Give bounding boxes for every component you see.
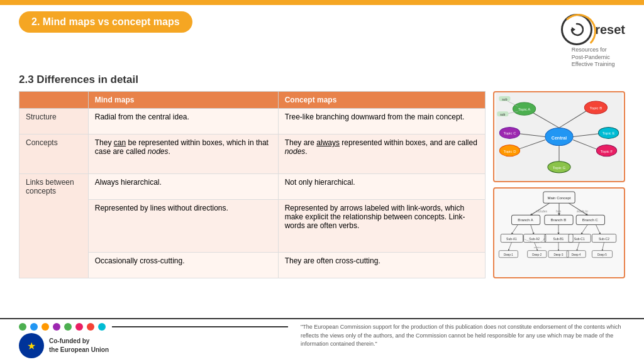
reset-logo-circle	[561, 14, 592, 45]
cell-concept-concepts: They are always represented within boxes…	[278, 134, 485, 174]
svg-rect-31	[496, 189, 622, 277]
dot-6	[75, 323, 83, 331]
eu-label: Co-funded by the European Union	[49, 337, 109, 354]
cell-mind-links3: Occasionally cross-cutting.	[88, 252, 278, 278]
cell-concept-structure: Tree-like branching downward from the ma…	[278, 109, 485, 134]
svg-text:Deep-1: Deep-1	[504, 253, 513, 256]
footer-dots	[19, 323, 288, 331]
dot-2	[30, 323, 38, 331]
svg-text:Deep-5: Deep-5	[597, 253, 607, 256]
footer-line	[112, 326, 288, 327]
cell-concept-links2: Represented by arrows labeled with link-…	[278, 199, 485, 252]
cell-mind-structure: Radial from the central idea.	[88, 109, 278, 134]
svg-text:Topic E: Topic E	[602, 132, 615, 136]
col-header-mind: Mind maps	[88, 92, 278, 109]
svg-text:Topic F: Topic F	[601, 150, 613, 153]
svg-text:Topic A: Topic A	[518, 107, 531, 111]
logo-area: reset Resources for Post-Pandemic Effect…	[561, 14, 625, 69]
svg-text:Sub-A2: Sub-A2	[529, 237, 540, 241]
svg-marker-0	[572, 27, 575, 32]
svg-text:Deep-4: Deep-4	[572, 253, 581, 256]
brand-name: reset	[595, 23, 625, 37]
differences-table: Mind maps Concept maps Structure Radial …	[19, 91, 486, 278]
svg-text:Topic G: Topic G	[553, 166, 566, 170]
svg-text:Sub-A1: Sub-A1	[506, 237, 517, 241]
logo-subtitle: Resources for Post-Pandemic Effective Tr…	[572, 47, 615, 69]
dot-7	[87, 323, 94, 331]
svg-text:Sub-B1: Sub-B1	[553, 237, 564, 241]
svg-text:Branch B: Branch B	[551, 218, 567, 222]
main-content: Mind maps Concept maps Structure Radial …	[19, 91, 625, 278]
eu-flag-circle: ★	[19, 333, 44, 358]
col-header-empty	[19, 92, 89, 109]
concept-map-image: Main Concept Branch A Branch B Branch C	[493, 187, 625, 278]
svg-text:Branch C: Branch C	[582, 218, 599, 222]
mind-map-svg: Central Topic A Topic B Topic C Topic D	[494, 92, 624, 181]
dot-4	[53, 323, 60, 331]
footer-left: ★ Co-funded by the European Union	[19, 323, 288, 358]
cell-mind-links1: Always hierarchical.	[88, 173, 278, 199]
svg-text:Sub-C1: Sub-C1	[574, 237, 585, 241]
svg-text:Topic B: Topic B	[590, 106, 602, 110]
table-row: Structure Radial from the central idea. …	[19, 109, 486, 134]
cell-concept-links3: They are often cross-cutting.	[278, 252, 485, 278]
svg-text:leads to: leads to	[577, 209, 588, 213]
svg-text:Deep-2: Deep-2	[532, 253, 541, 256]
eu-stars-icon: ★	[27, 340, 36, 352]
eu-logo: ★ Co-funded by the European Union	[19, 333, 288, 358]
svg-text:sub: sub	[502, 97, 507, 101]
svg-text:Main Concept: Main Concept	[547, 196, 571, 200]
svg-text:Sub-C2: Sub-C2	[599, 237, 609, 241]
images-panel: Central Topic A Topic B Topic C Topic D	[493, 91, 625, 278]
dot-5	[64, 323, 72, 331]
svg-text:Deep-3: Deep-3	[554, 253, 564, 256]
table-row: Concepts They can be represented within …	[19, 134, 486, 174]
dot-8	[98, 323, 106, 331]
svg-text:Central: Central	[552, 136, 567, 140]
header-row: 2. Mind maps vs concept maps reset Resou…	[19, 11, 625, 69]
table-row: Occasionally cross-cutting. They are oft…	[19, 252, 486, 278]
footer-disclaimer: "The European Commission support for the…	[301, 323, 625, 349]
col-header-concept: Concept maps	[278, 92, 485, 109]
svg-text:includes: includes	[536, 209, 548, 213]
row-label-concepts: Concepts	[19, 134, 89, 174]
footer: ★ Co-funded by the European Union "The E…	[0, 318, 644, 362]
dot-1	[19, 323, 26, 331]
row-label-structure: Structure	[19, 109, 89, 134]
svg-text:Branch A: Branch A	[518, 218, 533, 222]
table-row: Represented by lines without directions.…	[19, 199, 486, 252]
cell-mind-concepts: They can be represented within boxes, wh…	[88, 134, 278, 174]
concept-map-svg: Main Concept Branch A Branch B Branch C	[494, 189, 624, 277]
svg-text:relates: relates	[534, 246, 541, 249]
top-bar	[0, 0, 644, 5]
mind-map-image: Central Topic A Topic B Topic C Topic D	[493, 91, 625, 182]
dot-3	[42, 323, 49, 331]
row-label-links: Links between concepts	[19, 173, 89, 278]
arrow-icon	[570, 23, 584, 36]
section-badge: 2. Mind maps vs concept maps	[19, 11, 192, 33]
svg-text:sub: sub	[500, 112, 505, 116]
svg-text:has: has	[556, 209, 562, 213]
cell-concept-links1: Not only hierarchical.	[278, 173, 485, 199]
svg-text:Topic D: Topic D	[503, 150, 516, 153]
cell-mind-links2: Represented by lines without directions.	[88, 199, 278, 252]
svg-text:Topic C: Topic C	[503, 132, 516, 136]
table-row: Links between concepts Always hierarchic…	[19, 173, 486, 199]
page-subtitle: 2.3 Differences in detail	[19, 74, 625, 86]
